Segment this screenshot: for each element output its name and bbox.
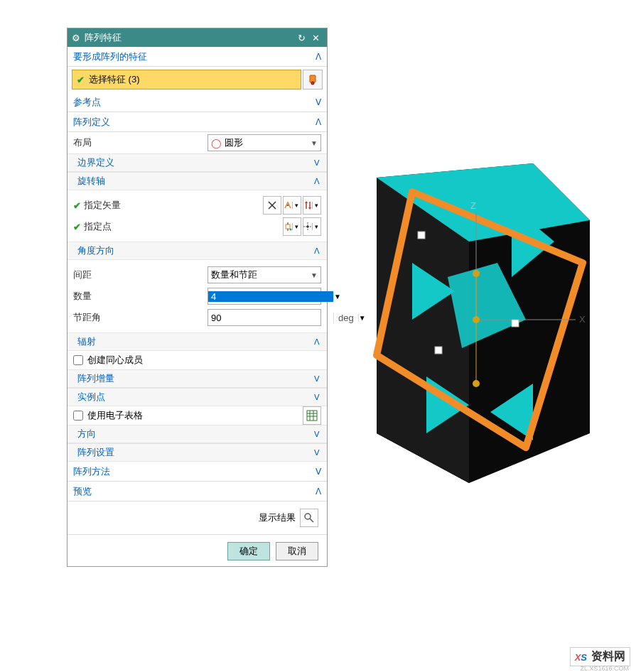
count-input[interactable] <box>208 291 333 302</box>
sub-angle-label: 角度方向 <box>77 244 314 257</box>
3d-viewport[interactable]: X Z <box>334 135 618 504</box>
svg-text:X: X <box>579 314 586 325</box>
spacing-dropdown[interactable]: 数量和节距 ▼ <box>207 266 321 283</box>
layout-value: 圆形 <box>225 136 311 149</box>
svg-marker-6 <box>305 201 308 203</box>
spreadsheet-button[interactable] <box>303 406 321 425</box>
section-refpoint-header[interactable]: 参考点 ᐯ <box>68 92 327 112</box>
svg-point-4 <box>287 205 289 206</box>
spreadsheet-checkbox[interactable] <box>73 411 83 421</box>
chevron-up-icon: ᐱ <box>316 117 321 127</box>
sub-boundary-label: 边界定义 <box>77 156 314 169</box>
pattern-feature-dialog: ⚙ 阵列特征 ↻ ✕ 要形成阵列的特征 ᐱ ✔ 选择特征 (3) 参考点 ᐯ 阵… <box>67 28 328 567</box>
select-feature-field[interactable]: ✔ 选择特征 (3) <box>72 70 301 90</box>
axis-body: ✔ 指定矢量 ▾ ▾ ✔ 指定点 ▾ ▾ <box>68 190 327 242</box>
spacing-value: 数量和节距 <box>211 269 311 281</box>
selected-features-bar: ✔ 选择特征 (3) <box>68 67 327 92</box>
svg-rect-40 <box>418 232 425 239</box>
chevron-down-icon: ᐯ <box>314 430 320 439</box>
check-icon: ✔ <box>73 222 81 232</box>
chevron-down-icon: ᐯ <box>314 393 320 402</box>
section-features-label: 要形成阵列的特征 <box>73 50 316 63</box>
section-refpoint-label: 参考点 <box>73 96 316 109</box>
point-dialog-button[interactable]: ▾ <box>303 217 321 236</box>
count-input-wrap[interactable]: ▼ <box>207 288 321 305</box>
title-bar: ⚙ 阵列特征 ↻ ✕ <box>68 28 327 47</box>
spacing-label: 间距 <box>73 269 207 281</box>
sub-instance-header[interactable]: 实例点 ᐯ <box>68 388 327 406</box>
sub-increment-label: 阵列增量 <box>77 372 314 385</box>
check-icon: ✔ <box>77 75 85 85</box>
chevron-down-icon: ᐯ <box>314 448 320 457</box>
chevron-down-icon: ▾ <box>292 202 301 209</box>
pitch-input[interactable] <box>208 313 333 323</box>
circular-icon: ◯ <box>211 138 222 148</box>
svg-rect-42 <box>512 320 519 327</box>
watermark: XS 资料网 <box>570 647 630 666</box>
concentric-label: 创建同心成员 <box>87 354 143 367</box>
chevron-down-icon: ▾ <box>312 202 320 209</box>
chevron-up-icon: ᐱ <box>314 177 320 186</box>
watermark-url: ZL.XS1616.COM <box>580 665 629 672</box>
show-result-button[interactable] <box>300 509 318 527</box>
section-features-header[interactable]: 要形成阵列的特征 ᐱ <box>68 47 327 67</box>
reset-icon[interactable]: ↻ <box>294 33 308 43</box>
point-constructor-button[interactable]: ▾ <box>283 217 301 236</box>
point-label: 指定点 <box>84 220 283 233</box>
section-method-label: 阵列方法 <box>73 465 316 478</box>
chevron-down-icon: ᐯ <box>316 97 321 107</box>
section-method-header[interactable]: 阵列方法 ᐯ <box>68 462 327 482</box>
svg-line-22 <box>310 519 313 522</box>
svg-point-21 <box>305 514 311 519</box>
dialog-title: 阵列特征 <box>85 31 122 44</box>
sub-axis-label: 旋转轴 <box>77 175 314 188</box>
inferred-vector-button[interactable] <box>263 196 281 215</box>
cancel-button[interactable]: 取消 <box>276 542 318 560</box>
close-icon[interactable]: ✕ <box>308 33 323 43</box>
sub-increment-header[interactable]: 阵列增量 ᐯ <box>68 369 327 388</box>
sub-orientation-header[interactable]: 方向 ᐯ <box>68 425 327 443</box>
chevron-up-icon: ᐱ <box>316 52 321 62</box>
svg-rect-9 <box>286 224 290 229</box>
sub-radiate-label: 辐射 <box>77 335 314 348</box>
count-label: 数量 <box>73 290 207 303</box>
definition-body: 布局 ◯ 圆形 ▼ 边界定义 ᐯ 旋转轴 ᐱ ✔ 指定矢量 <box>68 132 327 462</box>
sub-orientation-label: 方向 <box>77 428 314 440</box>
ok-button[interactable]: 确定 <box>227 542 270 560</box>
sub-axis-header[interactable]: 旋转轴 ᐱ <box>68 172 327 190</box>
concentric-checkbox[interactable] <box>73 355 83 365</box>
section-preview-header[interactable]: 预览 ᐱ <box>68 482 327 502</box>
layout-label: 布局 <box>73 136 207 149</box>
svg-point-15 <box>307 226 309 228</box>
chevron-down-icon: ▼ <box>311 139 318 147</box>
vector-label: 指定矢量 <box>84 199 263 212</box>
preview-body: 显示结果 <box>68 502 327 534</box>
sub-angle-header[interactable]: 角度方向 ᐱ <box>68 242 327 260</box>
pitch-input-wrap[interactable]: deg ▼ <box>207 309 321 326</box>
chevron-up-icon: ᐱ <box>316 487 321 497</box>
section-definition-header[interactable]: 阵列定义 ᐱ <box>68 112 327 132</box>
chevron-down-icon: ᐯ <box>314 158 320 168</box>
gear-icon: ⚙ <box>72 33 80 43</box>
chevron-up-icon: ᐱ <box>314 337 320 347</box>
select-feature-label: 选择特征 (3) <box>89 73 140 86</box>
concentric-row: 创建同心成员 <box>68 351 327 369</box>
dialog-footer: 确定 取消 <box>68 534 327 566</box>
sub-boundary-header[interactable]: 边界定义 ᐯ <box>68 153 327 172</box>
chevron-down-icon: ▼ <box>311 271 318 279</box>
layout-dropdown[interactable]: ◯ 圆形 ▼ <box>207 134 321 151</box>
svg-marker-8 <box>308 207 311 210</box>
vector-constructor-button[interactable]: ▾ <box>283 196 301 215</box>
sub-settings-header[interactable]: 阵列设置 ᐯ <box>68 443 327 462</box>
pitch-label: 节距角 <box>73 311 207 324</box>
watermark-label: 资料网 <box>591 649 625 664</box>
feature-picker-button[interactable] <box>303 70 323 90</box>
reverse-direction-button[interactable]: ▾ <box>303 196 321 215</box>
svg-point-1 <box>311 82 314 85</box>
sub-radiate-header[interactable]: 辐射 ᐱ <box>68 332 327 351</box>
svg-text:Z: Z <box>470 200 476 211</box>
watermark-s: S <box>581 652 587 663</box>
check-icon: ✔ <box>73 200 81 211</box>
chevron-down-icon: ᐯ <box>314 374 320 384</box>
chevron-up-icon: ᐱ <box>314 246 320 256</box>
